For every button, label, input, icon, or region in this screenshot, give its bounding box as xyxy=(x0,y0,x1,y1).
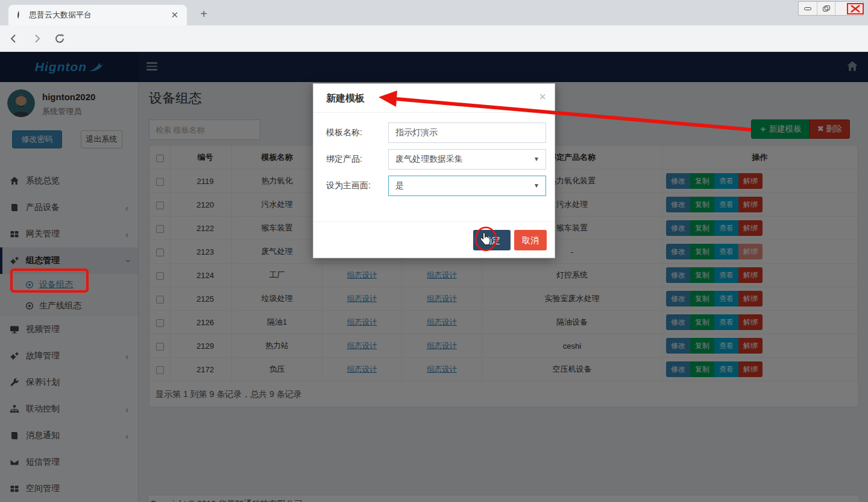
modal-title: 新建模板 xyxy=(326,92,365,105)
favicon-icon xyxy=(14,11,23,19)
tab-title: 思普云大数据平台 xyxy=(29,10,168,21)
confirm-button[interactable]: 确定 xyxy=(473,230,511,250)
minimize-button[interactable] xyxy=(799,2,817,15)
browser-tab-strip: 思普云大数据平台 ✕ + ✕ xyxy=(0,0,868,25)
restore-button[interactable] xyxy=(817,2,835,15)
browser-toolbar: 不安全 | iot.idosp.net /admin/index.html?la… xyxy=(0,25,868,52)
field-label: 模板名称: xyxy=(326,127,362,138)
cancel-button[interactable]: 取消 xyxy=(514,230,547,250)
new-tab-button[interactable]: + xyxy=(195,6,212,23)
select-field[interactable]: 废气处理数据采集▼ xyxy=(388,149,546,170)
new-template-modal: 新建模板 × 模板名称:绑定产品:废气处理数据采集▼设为主画面:是▼ 确定 取消 xyxy=(313,83,555,258)
tab-close-icon[interactable]: ✕ xyxy=(168,10,181,21)
caret-down-icon: ▼ xyxy=(533,156,539,162)
modal-close-icon[interactable]: × xyxy=(539,90,546,104)
back-icon[interactable] xyxy=(5,30,23,48)
caret-down-icon: ▼ xyxy=(533,182,539,189)
template-name-field[interactable] xyxy=(388,122,546,143)
browser-tab[interactable]: 思普云大数据平台 ✕ xyxy=(8,5,187,25)
close-button[interactable]: ✕ xyxy=(835,2,863,15)
field-label: 设为主画面: xyxy=(326,180,371,191)
field-label: 绑定产品: xyxy=(326,154,362,165)
reload-icon[interactable] xyxy=(51,30,69,48)
forward-icon[interactable] xyxy=(28,30,46,48)
window-controls: ✕ xyxy=(798,1,863,16)
template-name-input[interactable] xyxy=(389,123,546,142)
select-field[interactable]: 是▼ xyxy=(388,176,546,196)
